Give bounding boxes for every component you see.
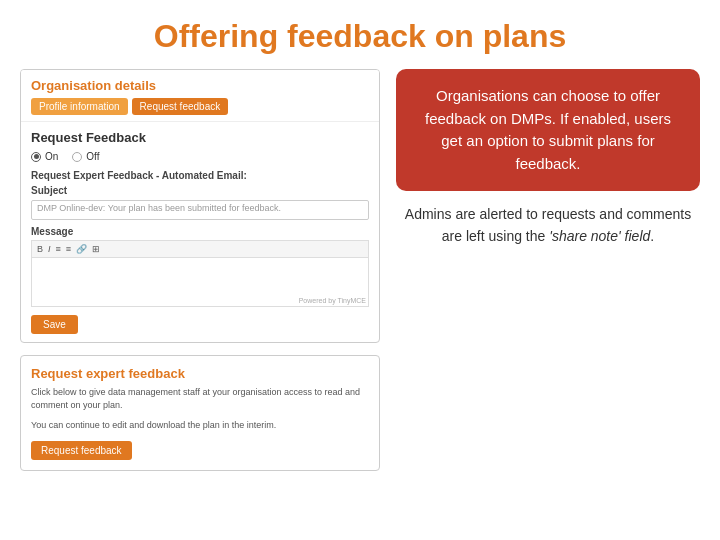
radio-off-label: Off bbox=[86, 151, 99, 162]
save-button[interactable]: Save bbox=[31, 315, 78, 334]
bold-icon[interactable]: B bbox=[37, 244, 43, 254]
radio-off-circle bbox=[72, 152, 82, 162]
radio-group: On Off bbox=[31, 151, 369, 162]
page-title: Offering feedback on plans bbox=[0, 0, 720, 69]
card2-line1: Click below to give data management staf… bbox=[31, 386, 369, 411]
request-feedback-button[interactable]: Request feedback bbox=[31, 441, 132, 460]
expert-feedback-label: Request Expert Feedback - Automated Emai… bbox=[31, 170, 369, 181]
radio-off[interactable]: Off bbox=[72, 151, 99, 162]
left-panel: Organisation details Profile information… bbox=[20, 69, 380, 471]
right-panel: Organisations can choose to offer feedba… bbox=[396, 69, 700, 248]
radio-on-label: On bbox=[45, 151, 58, 162]
request-feedback-section-title: Request Feedback bbox=[31, 130, 369, 145]
subject-input[interactable]: DMP Online-dev: Your plan has been submi… bbox=[31, 200, 369, 220]
subject-label: Subject bbox=[31, 185, 369, 196]
screenshot-card-2: Request expert feedback Click below to g… bbox=[20, 355, 380, 471]
info-box-top: Organisations can choose to offer feedba… bbox=[396, 69, 700, 191]
ordered-list-icon[interactable]: ≡ bbox=[66, 244, 71, 254]
info-box-bottom-end: . bbox=[650, 228, 654, 244]
info-box-bottom: Admins are alerted to requests and comme… bbox=[396, 203, 700, 248]
tab-bar: Profile information Request feedback bbox=[31, 98, 369, 115]
share-note-text: 'share note' field bbox=[549, 228, 650, 244]
card-body: Request Feedback On Off Request Expert F… bbox=[21, 122, 379, 342]
card-header: Organisation details Profile information… bbox=[21, 70, 379, 122]
tab-profile[interactable]: Profile information bbox=[31, 98, 128, 115]
editor-toolbar: B I ≡ ≡ 🔗 ⊞ bbox=[31, 240, 369, 257]
list-icon[interactable]: ≡ bbox=[56, 244, 61, 254]
italic-icon[interactable]: I bbox=[48, 244, 51, 254]
radio-on[interactable]: On bbox=[31, 151, 58, 162]
card2-title: Request expert feedback bbox=[31, 366, 369, 381]
message-label: Message bbox=[31, 226, 369, 237]
radio-on-circle bbox=[31, 152, 41, 162]
message-editor[interactable]: Powered by TinyMCE bbox=[31, 257, 369, 307]
org-details-title: Organisation details bbox=[31, 78, 369, 93]
link-icon[interactable]: 🔗 bbox=[76, 244, 87, 254]
screenshot-card-1: Organisation details Profile information… bbox=[20, 69, 380, 343]
tinymce-badge: Powered by TinyMCE bbox=[299, 297, 366, 304]
table-icon[interactable]: ⊞ bbox=[92, 244, 100, 254]
radio-on-dot bbox=[34, 154, 39, 159]
tab-request-feedback[interactable]: Request feedback bbox=[132, 98, 229, 115]
card2-line2: You can continue to edit and download th… bbox=[31, 419, 369, 432]
